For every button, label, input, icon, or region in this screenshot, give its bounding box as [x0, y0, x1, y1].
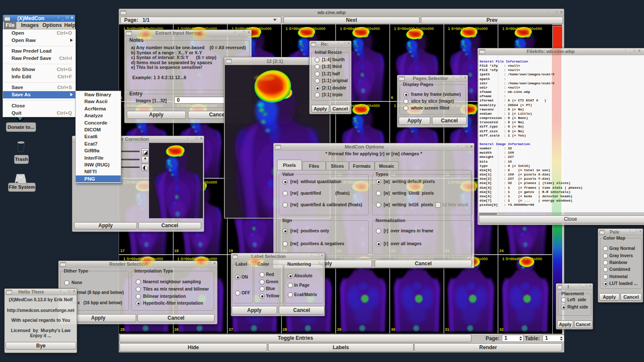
svg-text:26: 26: [174, 327, 179, 332]
svg-text:18: 18: [174, 249, 179, 253]
svg-text:6: 6: [391, 95, 393, 100]
svg-text:25: 25: [120, 327, 125, 332]
svg-text:1 S=00s000 D=00s000: 1 S=00s000 D=00s000: [340, 27, 380, 31]
svg-text:27: 27: [229, 327, 233, 332]
svg-text:31: 31: [445, 327, 449, 332]
svg-text:24: 24: [499, 249, 504, 253]
svg-text:1 S=00s000 D=00s000: 1 S=00s000 D=00s000: [502, 257, 542, 261]
svg-text:19: 19: [229, 249, 233, 253]
svg-text:32: 32: [499, 327, 504, 332]
svg-text:1 S=00s000 D=00s000: 1 S=00s000 D=00s000: [448, 27, 488, 31]
svg-text:1 S=00s000 D=00s000: 1 S=00s000 D=00s000: [394, 27, 434, 31]
svg-text:1 S=00s000 D=00s000: 1 S=00s000 D=00s000: [286, 27, 325, 31]
svg-text:30: 30: [391, 327, 395, 332]
svg-text:17: 17: [120, 249, 125, 253]
svg-text:28: 28: [283, 327, 287, 332]
svg-text:29: 29: [337, 327, 341, 332]
svg-text:1 S=00s000 D=00s000: 1 S=00s000 D=00s000: [502, 27, 542, 31]
